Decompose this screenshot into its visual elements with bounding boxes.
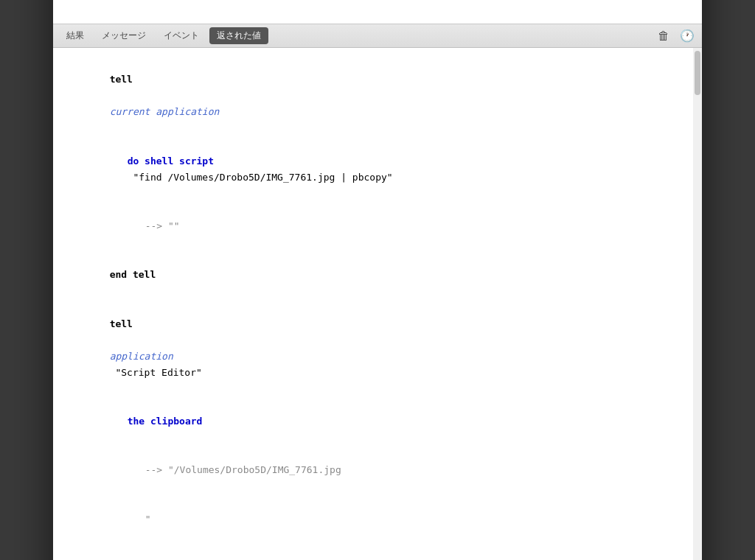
scrollbar-thumb[interactable] [695,51,700,95]
result-line-4: end tell [63,251,692,299]
result-line-6: the clipboard [81,397,692,446]
script-editor[interactable]: do shell script "find /Volumes/Drobo5D/I… [53,0,702,24]
shell-string-2: "find /Volumes/Drobo5D/IMG_7761.jpg | pb… [128,172,393,183]
results-content[interactable]: tell current application do shell script… [53,48,702,560]
result-line-9: end tell [63,544,692,560]
script-editor-str: "Script Editor" [110,367,202,378]
results-panel: 結果 メッセージ イベント 返された値 🗑 🕐 tell current app… [53,24,702,560]
clipboard-kw-2: the clipboard [128,416,203,427]
result-line-5: tell application "Script Editor" [63,299,692,397]
arrow-2: --> "/Volumes/Drobo5D/IMG_7761.jpg [145,464,341,475]
quote-1: " [145,514,151,525]
results-toolbar-right: 🗑 🕐 [655,27,696,45]
result-line-3: --> "" [99,202,692,251]
current-app-label: current application [110,106,220,117]
application-label: application [110,351,173,362]
tab-event[interactable]: イベント [156,27,206,44]
result-line-8: " [99,495,692,544]
result-line-7: --> "/Volumes/Drobo5D/IMG_7761.jpg [99,446,692,494]
trash-button[interactable]: 🗑 [655,27,672,45]
tell-kw-2: tell [110,318,133,329]
tab-message[interactable]: メッセージ [94,27,153,44]
end-tell-1: end tell [110,269,156,280]
result-line-1: tell current application [63,55,692,136]
results-tabs: 結果 メッセージ イベント 返された値 🗑 🕐 [53,24,702,48]
tab-result[interactable]: 結果 [59,27,91,44]
tab-returned[interactable]: 返された値 [209,27,268,44]
do-shell-script-kw-2: do shell script [128,155,214,167]
arrow-1: --> "" [145,220,180,231]
result-line-2: do shell script "find /Volumes/Drobo5D/I… [81,137,692,202]
scrollbar-track[interactable] [693,48,702,560]
tell-kw-1: tell [110,74,133,85]
clock-button[interactable]: 🕐 [678,27,696,45]
main-window: ✎ 名称未定3.scpt — 編集済み ● ■ ▶ 🔨 [53,0,702,560]
